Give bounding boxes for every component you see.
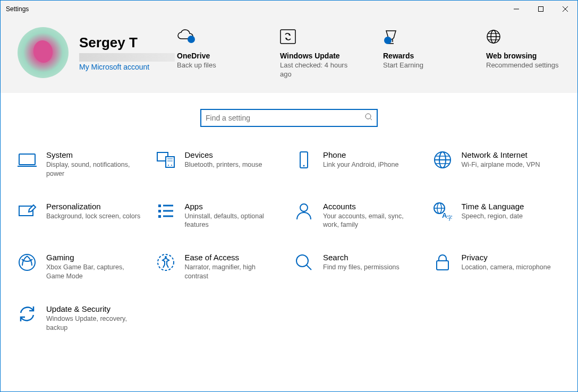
category-desc: Speech, region, date <box>462 212 524 221</box>
category-desc: Your accounts, email, sync, work, family <box>323 212 419 230</box>
update-icon <box>280 29 354 47</box>
tile-desc: Last checked: 4 hours ago <box>280 61 354 79</box>
svg-rect-29 <box>158 210 161 212</box>
close-button[interactable] <box>553 1 577 18</box>
category-devices[interactable]: DevicesBluetooth, printers, mouse <box>156 150 284 178</box>
tile-onedrive[interactable]: OneDrive Back up files <box>177 29 251 79</box>
svg-rect-30 <box>158 215 161 218</box>
category-network[interactable]: Network & InternetWi-Fi, airplane mode, … <box>433 150 561 178</box>
svg-rect-15 <box>166 157 174 167</box>
category-apps[interactable]: AppsUninstall, defaults, optional featur… <box>156 202 284 230</box>
window-controls <box>504 1 577 18</box>
category-gaming[interactable]: GamingXbox Game Bar, captures, Game Mode <box>18 253 146 281</box>
svg-point-10 <box>366 114 371 119</box>
maximize-button[interactable] <box>529 1 553 18</box>
category-desc: Windows Update, recovery, backup <box>46 314 142 333</box>
ease-of-access-icon <box>156 253 175 272</box>
tile-title: Web browsing <box>486 52 560 60</box>
header-tiles: OneDrive Back up files Windows Update La… <box>177 27 560 79</box>
search-icon <box>365 113 372 123</box>
svg-point-43 <box>296 255 308 267</box>
onedrive-icon <box>177 29 251 47</box>
category-title: Search <box>323 253 400 262</box>
svg-point-34 <box>300 204 308 211</box>
search-section <box>1 93 577 134</box>
svg-rect-4 <box>280 30 295 44</box>
category-title: Accounts <box>323 202 419 211</box>
tile-windows-update[interactable]: Windows Update Last checked: 4 hours ago <box>280 29 354 79</box>
category-time-language[interactable]: A字 Time & LanguageSpeech, region, date <box>433 202 561 230</box>
category-desc: Location, camera, microphone <box>462 263 551 272</box>
tile-web-browsing[interactable]: Web browsing Recommended settings <box>486 29 560 79</box>
devices-icon <box>156 150 175 169</box>
tile-title: OneDrive <box>177 52 251 60</box>
category-update-security[interactable]: Update & SecurityWindows Update, recover… <box>18 304 146 333</box>
category-desc: Link your Android, iPhone <box>323 160 398 169</box>
profile-section: Sergey T My Microsoft account <box>18 27 175 78</box>
tile-title: Windows Update <box>280 52 354 60</box>
rewards-icon <box>383 29 457 47</box>
category-desc: Wi-Fi, airplane mode, VPN <box>462 160 540 169</box>
microsoft-account-link[interactable]: My Microsoft account <box>79 63 175 71</box>
category-desc: Xbox Game Bar, captures, Game Mode <box>46 263 142 281</box>
svg-rect-12 <box>19 154 35 165</box>
svg-rect-45 <box>437 261 448 270</box>
time-language-icon: A字 <box>433 202 452 221</box>
category-title: Phone <box>323 150 398 159</box>
category-desc: Uninstall, defaults, optional features <box>185 212 280 230</box>
update-security-icon <box>18 304 37 323</box>
accounts-icon <box>294 202 313 221</box>
system-icon <box>18 150 37 169</box>
svg-point-16 <box>168 165 169 166</box>
personalization-icon <box>18 202 37 221</box>
category-title: Devices <box>185 150 262 159</box>
gaming-icon <box>18 253 37 272</box>
tile-desc: Recommended settings <box>486 61 560 70</box>
globe-icon <box>486 29 560 47</box>
header-panel: Sergey T My Microsoft account OneDrive B… <box>1 18 577 93</box>
minimize-button[interactable] <box>504 1 529 18</box>
category-desc: Bluetooth, printers, mouse <box>185 160 262 169</box>
category-system[interactable]: SystemDisplay, sound, notifications, pow… <box>18 150 146 178</box>
category-title: Privacy <box>462 253 551 262</box>
category-title: Time & Language <box>462 202 524 211</box>
category-title: Gaming <box>46 253 142 262</box>
svg-rect-1 <box>539 7 543 12</box>
category-title: Ease of Access <box>185 253 280 262</box>
category-phone[interactable]: PhoneLink your Android, iPhone <box>294 150 422 178</box>
category-ease-of-access[interactable]: Ease of AccessNarrator, magnifier, high … <box>156 253 284 281</box>
category-desc: Display, sound, notifications, power <box>46 160 142 178</box>
search-input[interactable] <box>206 114 365 122</box>
phone-icon <box>294 150 313 169</box>
svg-line-44 <box>307 265 311 270</box>
profile-name: Sergey T <box>79 35 175 51</box>
svg-rect-28 <box>158 204 161 207</box>
category-privacy[interactable]: PrivacyLocation, camera, microphone <box>433 253 561 281</box>
tile-rewards[interactable]: Rewards Start Earning <box>383 29 457 79</box>
window-title: Settings <box>1 5 29 13</box>
avatar[interactable] <box>18 27 69 78</box>
category-search[interactable]: SearchFind my files, permissions <box>294 253 422 281</box>
privacy-icon <box>433 253 452 272</box>
tile-desc: Back up files <box>177 61 251 70</box>
title-bar: Settings <box>1 1 577 18</box>
category-title: Personalization <box>46 202 140 211</box>
search-box[interactable] <box>200 109 378 127</box>
category-desc: Narrator, magnifier, high contrast <box>185 263 280 281</box>
svg-point-40 <box>19 254 35 270</box>
profile-text: Sergey T My Microsoft account <box>79 35 175 71</box>
category-title: Network & Internet <box>462 150 540 159</box>
svg-text:字: 字 <box>447 215 452 221</box>
category-title: Update & Security <box>46 304 142 313</box>
tile-desc: Start Earning <box>383 61 457 70</box>
category-personalization[interactable]: PersonalizationBackground, lock screen, … <box>18 202 146 230</box>
category-desc: Background, lock screen, colors <box>46 212 140 221</box>
search-category-icon <box>294 253 313 272</box>
category-accounts[interactable]: AccountsYour accounts, email, sync, work… <box>294 202 422 230</box>
network-icon <box>433 150 452 169</box>
svg-point-17 <box>171 165 172 166</box>
categories-grid: SystemDisplay, sound, notifications, pow… <box>1 134 577 338</box>
svg-point-42 <box>165 256 167 258</box>
svg-line-11 <box>370 118 372 120</box>
tile-title: Rewards <box>383 52 457 60</box>
